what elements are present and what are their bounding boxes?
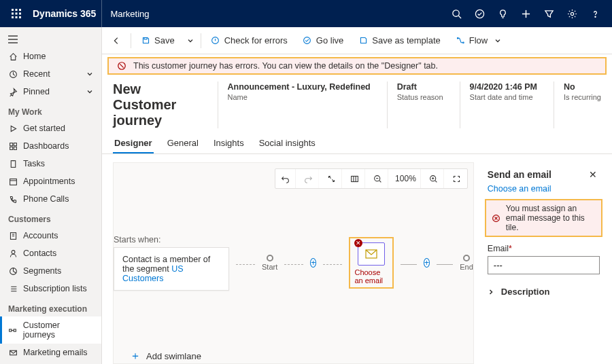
undo-button[interactable]: [275, 169, 296, 188]
sidebar-item-customer-journeys[interactable]: Customer journeys: [0, 316, 101, 344]
tab-social-insights[interactable]: Social insights: [258, 134, 317, 153]
audience-text: Contact is a member of the segment: [122, 255, 210, 274]
sidebar-label: Recent: [23, 69, 50, 79]
sidebar-group-marketing-exec: Marketing execution: [0, 297, 101, 316]
sidebar-label: Marketing emails: [23, 348, 87, 357]
mail-icon: [8, 348, 18, 357]
sidebar-label: Pinned: [23, 87, 50, 96]
clipboard-icon: [8, 159, 18, 168]
inspector-title: Send an email: [488, 169, 551, 180]
sidebar-item-marketing-emails[interactable]: Marketing emails: [0, 344, 101, 361]
sidebar-item-segments[interactable]: Segments: [0, 262, 101, 280]
svg-rect-37: [14, 329, 16, 331]
error-banner: This customer journey has errors. You ca…: [107, 57, 607, 75]
task-icon[interactable]: [468, 0, 491, 27]
tab-insights[interactable]: Insights: [212, 134, 245, 153]
workspace: 100% Starts when: Contact is a member of…: [102, 154, 612, 364]
fit-button[interactable]: [322, 169, 342, 188]
fullscreen-button[interactable]: [447, 169, 467, 188]
tab-designer[interactable]: Designer: [113, 134, 154, 153]
flow-button[interactable]: Flow: [449, 27, 508, 54]
svg-rect-36: [10, 329, 12, 331]
chevron-down-icon: [86, 71, 93, 77]
page-header: New Customer journey Announcement - Luxu…: [102, 75, 612, 128]
email-tile[interactable]: ✕ Choose an email: [349, 237, 394, 289]
sidebar-item-getstarted[interactable]: Get started: [0, 120, 101, 137]
add-swimlane-label: Add swimlane: [146, 351, 201, 361]
map-button[interactable]: [345, 169, 365, 188]
add-step-button[interactable]: +: [310, 258, 316, 268]
sidebar-label: Contacts: [23, 249, 56, 258]
flow-area: Starts when: Contact is a member of the …: [114, 163, 473, 335]
sidebar-toggle-icon[interactable]: [0, 31, 101, 48]
svg-line-52: [379, 180, 381, 181]
sidebar-item-recent[interactable]: Recent: [0, 65, 101, 83]
close-icon[interactable]: ✕: [586, 166, 600, 183]
svg-line-47: [120, 64, 123, 67]
sidebar-item-tasks[interactable]: Tasks: [0, 155, 101, 172]
add-icon[interactable]: [514, 0, 537, 27]
chevron-down-icon: [86, 88, 93, 95]
sidebar-label: Appointments: [23, 177, 75, 186]
lightbulb-icon[interactable]: [491, 0, 514, 27]
go-live-button[interactable]: Go live: [296, 27, 350, 54]
main-content: Save Check for errors Go live Save as te…: [102, 27, 612, 364]
gear-icon[interactable]: [560, 0, 583, 27]
sidebar-label: Dashboards: [23, 141, 69, 151]
save-template-button[interactable]: Save as template: [352, 27, 447, 54]
sidebar-item-pinned[interactable]: Pinned: [0, 83, 101, 101]
save-dropdown[interactable]: [183, 27, 198, 54]
sidebar-item-social-posts[interactable]: Social posts: [0, 361, 101, 364]
tab-bar: Designer General Insights Social insight…: [102, 128, 612, 154]
end-node: End: [460, 255, 473, 271]
cmd-label: Go live: [316, 35, 343, 46]
save-button[interactable]: Save: [134, 27, 182, 54]
designer-canvas[interactable]: 100% Starts when: Contact is a member of…: [113, 162, 474, 364]
tab-general[interactable]: General: [166, 134, 200, 153]
sidebar-label: Segments: [23, 266, 61, 276]
filter-icon[interactable]: [537, 0, 560, 27]
app-launcher-icon[interactable]: [5, 0, 27, 27]
svg-rect-48: [352, 176, 358, 181]
redo-button[interactable]: [299, 169, 319, 188]
sidebar-item-contacts[interactable]: Contacts: [0, 244, 101, 262]
golive-icon: [303, 36, 312, 46]
zoom-level[interactable]: 100%: [391, 169, 421, 188]
description-section[interactable]: Description: [485, 283, 602, 301]
sidebar-item-appointments[interactable]: Appointments: [0, 172, 101, 190]
zoom-out-button[interactable]: [368, 169, 388, 188]
search-icon[interactable]: [445, 0, 468, 27]
svg-point-16: [594, 16, 595, 17]
starts-when-label: Starts when:: [114, 235, 229, 244]
sidebar-item-phonecalls[interactable]: Phone Calls: [0, 190, 101, 208]
svg-rect-23: [10, 147, 12, 149]
sidebar-item-dashboards[interactable]: Dashboards: [0, 137, 101, 155]
cmd-label: Save: [154, 35, 175, 46]
add-step-button[interactable]: +: [424, 258, 430, 268]
add-swimlane-button[interactable]: ＋ Add swimlane: [114, 335, 473, 363]
svg-rect-21: [10, 143, 12, 145]
pin-icon: [8, 87, 18, 96]
check-errors-button[interactable]: Check for errors: [204, 27, 294, 54]
zoom-in-button[interactable]: [424, 169, 444, 188]
back-button[interactable]: [105, 27, 128, 54]
choose-email-link[interactable]: Choose an email: [485, 183, 602, 195]
check-icon: [211, 36, 220, 46]
calendar-icon: [8, 177, 18, 186]
audience-tile[interactable]: Contact is a member of the segment US Cu…: [114, 247, 229, 291]
svg-rect-3: [12, 13, 14, 15]
inspector-panel: Send an email ✕ Choose an email You must…: [482, 162, 605, 364]
sidebar-item-accounts[interactable]: Accounts: [0, 227, 101, 244]
sidebar-item-subscription-lists[interactable]: Subscription lists: [0, 280, 101, 297]
help-icon[interactable]: [583, 0, 607, 27]
sidebar-item-home[interactable]: Home: [0, 48, 101, 65]
sidebar-label: Phone Calls: [23, 194, 69, 204]
start-node: Start: [262, 255, 277, 271]
error-icon: [117, 61, 126, 71]
email-field[interactable]: [488, 256, 600, 274]
svg-rect-0: [12, 9, 14, 11]
area-label[interactable]: Marketing: [101, 0, 157, 27]
svg-rect-4: [16, 13, 18, 15]
canvas-toolbar: 100%: [275, 168, 468, 189]
dashboard-icon: [8, 141, 18, 151]
